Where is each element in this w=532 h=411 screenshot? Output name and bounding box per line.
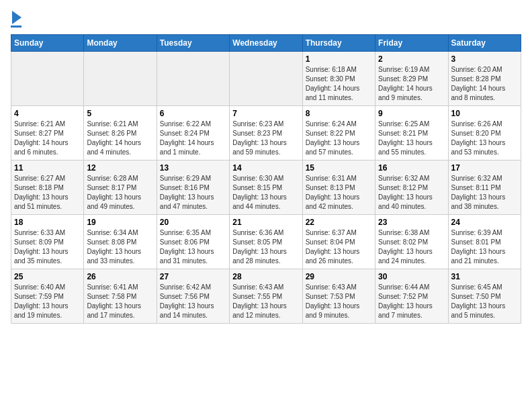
calendar-cell: 27Sunrise: 6:42 AM Sunset: 7:56 PM Dayli… bbox=[157, 269, 229, 324]
calendar-cell: 24Sunrise: 6:39 AM Sunset: 8:01 PM Dayli… bbox=[448, 215, 521, 269]
day-number: 12 bbox=[87, 163, 153, 173]
day-info: Sunrise: 6:28 AM Sunset: 8:17 PM Dayligh… bbox=[87, 174, 153, 212]
calendar-cell: 25Sunrise: 6:40 AM Sunset: 7:59 PM Dayli… bbox=[11, 269, 84, 324]
day-info: Sunrise: 6:18 AM Sunset: 8:30 PM Dayligh… bbox=[306, 65, 372, 103]
day-number: 2 bbox=[378, 54, 445, 64]
day-info: Sunrise: 6:43 AM Sunset: 7:55 PM Dayligh… bbox=[232, 283, 299, 320]
calendar-cell: 22Sunrise: 6:37 AM Sunset: 8:04 PM Dayli… bbox=[302, 215, 375, 269]
day-info: Sunrise: 6:36 AM Sunset: 8:05 PM Dayligh… bbox=[232, 228, 299, 266]
weekday-header-monday: Monday bbox=[84, 35, 157, 52]
day-number: 13 bbox=[160, 163, 226, 173]
day-info: Sunrise: 6:25 AM Sunset: 8:21 PM Dayligh… bbox=[378, 120, 445, 157]
weekday-header-saturday: Saturday bbox=[448, 35, 521, 52]
day-info: Sunrise: 6:23 AM Sunset: 8:23 PM Dayligh… bbox=[232, 120, 299, 157]
calendar-cell: 31Sunrise: 6:45 AM Sunset: 7:50 PM Dayli… bbox=[448, 269, 521, 324]
calendar-cell bbox=[157, 52, 229, 106]
day-info: Sunrise: 6:43 AM Sunset: 7:53 PM Dayligh… bbox=[306, 283, 372, 320]
calendar-week-2: 4Sunrise: 6:21 AM Sunset: 8:27 PM Daylig… bbox=[11, 106, 521, 161]
weekday-header-friday: Friday bbox=[375, 35, 448, 52]
day-number: 30 bbox=[378, 272, 445, 281]
calendar-cell: 15Sunrise: 6:31 AM Sunset: 8:13 PM Dayli… bbox=[302, 161, 375, 215]
day-info: Sunrise: 6:19 AM Sunset: 8:29 PM Dayligh… bbox=[378, 65, 445, 103]
weekday-header-sunday: Sunday bbox=[11, 35, 84, 52]
day-info: Sunrise: 6:41 AM Sunset: 7:58 PM Dayligh… bbox=[87, 283, 153, 320]
calendar-cell: 11Sunrise: 6:27 AM Sunset: 8:18 PM Dayli… bbox=[11, 161, 84, 215]
day-number: 5 bbox=[87, 109, 153, 118]
calendar-cell bbox=[11, 52, 84, 106]
calendar-cell: 10Sunrise: 6:26 AM Sunset: 8:20 PM Dayli… bbox=[448, 106, 521, 161]
calendar-cell: 14Sunrise: 6:30 AM Sunset: 8:15 PM Dayli… bbox=[230, 161, 302, 215]
day-number: 16 bbox=[378, 163, 445, 173]
day-info: Sunrise: 6:32 AM Sunset: 8:12 PM Dayligh… bbox=[378, 174, 445, 212]
day-number: 7 bbox=[232, 109, 299, 118]
calendar-cell: 9Sunrise: 6:25 AM Sunset: 8:21 PM Daylig… bbox=[375, 106, 448, 161]
calendar-header-row: SundayMondayTuesdayWednesdayThursdayFrid… bbox=[11, 35, 521, 52]
day-info: Sunrise: 6:26 AM Sunset: 8:20 PM Dayligh… bbox=[451, 120, 518, 157]
calendar-cell: 18Sunrise: 6:33 AM Sunset: 8:09 PM Dayli… bbox=[11, 215, 84, 269]
day-number: 18 bbox=[14, 218, 81, 227]
day-info: Sunrise: 6:27 AM Sunset: 8:18 PM Dayligh… bbox=[14, 174, 81, 212]
day-number: 28 bbox=[232, 272, 299, 281]
day-info: Sunrise: 6:21 AM Sunset: 8:27 PM Dayligh… bbox=[14, 120, 81, 157]
page-header bbox=[11, 11, 521, 28]
calendar-cell bbox=[230, 52, 302, 106]
weekday-header-thursday: Thursday bbox=[302, 35, 375, 52]
calendar-cell: 21Sunrise: 6:36 AM Sunset: 8:05 PM Dayli… bbox=[230, 215, 302, 269]
logo bbox=[11, 11, 21, 28]
day-number: 19 bbox=[87, 218, 153, 227]
day-number: 8 bbox=[306, 109, 372, 118]
day-info: Sunrise: 6:34 AM Sunset: 8:08 PM Dayligh… bbox=[87, 228, 153, 266]
calendar-cell: 17Sunrise: 6:32 AM Sunset: 8:11 PM Dayli… bbox=[448, 161, 521, 215]
calendar-cell: 8Sunrise: 6:24 AM Sunset: 8:22 PM Daylig… bbox=[302, 106, 375, 161]
day-info: Sunrise: 6:31 AM Sunset: 8:13 PM Dayligh… bbox=[306, 174, 372, 212]
day-info: Sunrise: 6:38 AM Sunset: 8:02 PM Dayligh… bbox=[378, 228, 445, 266]
calendar-table: SundayMondayTuesdayWednesdayThursdayFrid… bbox=[11, 34, 521, 324]
day-info: Sunrise: 6:37 AM Sunset: 8:04 PM Dayligh… bbox=[306, 228, 372, 266]
calendar-week-4: 18Sunrise: 6:33 AM Sunset: 8:09 PM Dayli… bbox=[11, 215, 521, 269]
day-info: Sunrise: 6:29 AM Sunset: 8:16 PM Dayligh… bbox=[160, 174, 226, 212]
day-info: Sunrise: 6:24 AM Sunset: 8:22 PM Dayligh… bbox=[306, 120, 372, 157]
calendar-cell: 3Sunrise: 6:20 AM Sunset: 8:28 PM Daylig… bbox=[448, 52, 521, 106]
day-number: 26 bbox=[87, 272, 153, 281]
calendar-cell: 19Sunrise: 6:34 AM Sunset: 8:08 PM Dayli… bbox=[84, 215, 157, 269]
day-info: Sunrise: 6:45 AM Sunset: 7:50 PM Dayligh… bbox=[451, 283, 518, 320]
calendar-cell: 1Sunrise: 6:18 AM Sunset: 8:30 PM Daylig… bbox=[302, 52, 375, 106]
calendar-week-3: 11Sunrise: 6:27 AM Sunset: 8:18 PM Dayli… bbox=[11, 161, 521, 215]
day-number: 1 bbox=[306, 54, 372, 64]
calendar-week-1: 1Sunrise: 6:18 AM Sunset: 8:30 PM Daylig… bbox=[11, 52, 521, 106]
day-number: 21 bbox=[232, 218, 299, 227]
day-number: 20 bbox=[160, 218, 226, 227]
day-number: 3 bbox=[451, 54, 518, 64]
day-info: Sunrise: 6:30 AM Sunset: 8:15 PM Dayligh… bbox=[232, 174, 299, 212]
calendar-cell: 13Sunrise: 6:29 AM Sunset: 8:16 PM Dayli… bbox=[157, 161, 229, 215]
calendar-cell: 12Sunrise: 6:28 AM Sunset: 8:17 PM Dayli… bbox=[84, 161, 157, 215]
day-info: Sunrise: 6:44 AM Sunset: 7:52 PM Dayligh… bbox=[378, 283, 445, 320]
day-number: 17 bbox=[451, 163, 518, 173]
calendar-cell: 20Sunrise: 6:35 AM Sunset: 8:06 PM Dayli… bbox=[157, 215, 229, 269]
day-info: Sunrise: 6:40 AM Sunset: 7:59 PM Dayligh… bbox=[14, 283, 81, 320]
calendar-week-5: 25Sunrise: 6:40 AM Sunset: 7:59 PM Dayli… bbox=[11, 269, 521, 324]
calendar-cell: 30Sunrise: 6:44 AM Sunset: 7:52 PM Dayli… bbox=[375, 269, 448, 324]
day-number: 11 bbox=[14, 163, 81, 173]
logo-arrow-icon bbox=[12, 11, 21, 24]
day-number: 9 bbox=[378, 109, 445, 118]
day-number: 31 bbox=[451, 272, 518, 281]
calendar-cell: 6Sunrise: 6:22 AM Sunset: 8:24 PM Daylig… bbox=[157, 106, 229, 161]
day-info: Sunrise: 6:21 AM Sunset: 8:26 PM Dayligh… bbox=[87, 120, 153, 157]
calendar-cell: 4Sunrise: 6:21 AM Sunset: 8:27 PM Daylig… bbox=[11, 106, 84, 161]
day-info: Sunrise: 6:39 AM Sunset: 8:01 PM Dayligh… bbox=[451, 228, 518, 266]
day-number: 25 bbox=[14, 272, 81, 281]
day-number: 23 bbox=[378, 218, 445, 227]
day-info: Sunrise: 6:20 AM Sunset: 8:28 PM Dayligh… bbox=[451, 65, 518, 103]
day-number: 4 bbox=[14, 109, 81, 118]
calendar-cell bbox=[84, 52, 157, 106]
day-number: 29 bbox=[306, 272, 372, 281]
logo-underline bbox=[11, 26, 21, 28]
day-number: 24 bbox=[451, 218, 518, 227]
calendar-cell: 28Sunrise: 6:43 AM Sunset: 7:55 PM Dayli… bbox=[230, 269, 302, 324]
day-info: Sunrise: 6:33 AM Sunset: 8:09 PM Dayligh… bbox=[14, 228, 81, 266]
weekday-header-wednesday: Wednesday bbox=[230, 35, 302, 52]
day-number: 6 bbox=[160, 109, 226, 118]
calendar-cell: 29Sunrise: 6:43 AM Sunset: 7:53 PM Dayli… bbox=[302, 269, 375, 324]
weekday-header-tuesday: Tuesday bbox=[157, 35, 229, 52]
